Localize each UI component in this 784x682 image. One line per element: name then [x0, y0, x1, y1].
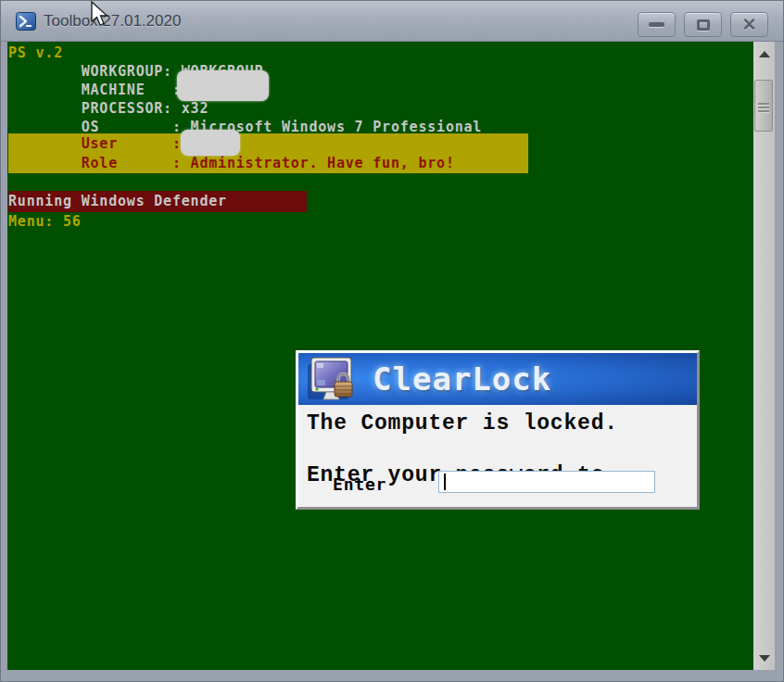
- mouse-cursor-icon: [87, 1, 113, 32]
- scrollbar-grip-icon: [758, 103, 769, 114]
- close-button[interactable]: ✕: [730, 12, 768, 37]
- vertical-scrollbar[interactable]: [753, 42, 775, 670]
- console-output: PS v.2 WORKGROUP: WORKGROUP MACHINE : PR…: [7, 42, 753, 670]
- maximize-button[interactable]: [684, 12, 722, 37]
- clearlock-app-name: ClearLock: [373, 360, 551, 398]
- minimize-icon: [649, 22, 664, 27]
- console-line-ps-version: PS v.2: [8, 44, 63, 63]
- locked-computer-icon: [306, 355, 360, 404]
- text-caret: [444, 474, 446, 490]
- console-line-menu: Menu: 56: [8, 212, 82, 232]
- enter-label: Enter: [333, 474, 386, 494]
- redacted-user-name: [181, 130, 240, 156]
- console-line-user: User :: [8, 134, 182, 154]
- arrow-up-icon: [759, 51, 770, 57]
- close-icon: ✕: [742, 16, 757, 33]
- scrollbar-thumb[interactable]: [754, 80, 773, 132]
- password-input[interactable]: [438, 471, 655, 493]
- redacted-machine-name: [177, 70, 269, 101]
- console-line-defender: Running Windows Defender: [8, 192, 227, 211]
- powershell-icon[interactable]: [16, 11, 36, 32]
- console-line-machine: MACHINE :: [8, 81, 182, 100]
- password-input-wrap: [438, 471, 655, 493]
- console-line-processor: PROCESSOR: x32: [8, 99, 209, 119]
- lock-message-line1: The Computer is locked.: [307, 411, 618, 436]
- console-line-role: Role : Administrator. Have fun, bro!: [8, 154, 455, 173]
- app-window: Toolbox 27.01.2020 ✕ PS v.2 WORKGROUP: W…: [0, 0, 784, 682]
- minimize-button[interactable]: [638, 12, 676, 37]
- arrow-down-icon: [759, 655, 770, 662]
- clearlock-header: ClearLock: [298, 353, 697, 405]
- titlebar[interactable]: Toolbox 27.01.2020 ✕: [1, 1, 783, 42]
- scroll-down-button[interactable]: [753, 646, 775, 670]
- clearlock-dialog: ClearLock The Computer is locked. Enter …: [296, 350, 700, 510]
- scroll-up-button[interactable]: [753, 42, 775, 66]
- maximize-icon: [697, 19, 710, 31]
